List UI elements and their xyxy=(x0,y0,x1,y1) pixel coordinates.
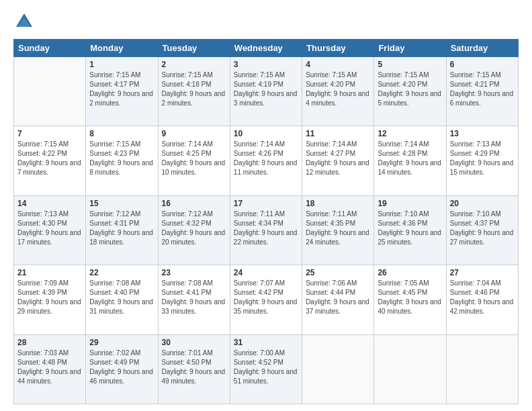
day-number: 29 xyxy=(89,338,154,347)
calendar-day-header: Saturday xyxy=(446,40,518,57)
calendar-day-cell: 21Sunrise: 7:09 AMSunset: 4:39 PMDayligh… xyxy=(14,265,86,334)
day-number: 8 xyxy=(89,129,154,138)
calendar-day-cell: 25Sunrise: 7:06 AMSunset: 4:44 PMDayligh… xyxy=(302,265,374,334)
day-detail: Sunrise: 7:08 AMSunset: 4:41 PMDaylight:… xyxy=(162,279,226,316)
day-detail: Sunrise: 7:13 AMSunset: 4:30 PMDaylight:… xyxy=(17,210,82,247)
calendar-day-cell: 13Sunrise: 7:13 AMSunset: 4:29 PMDayligh… xyxy=(446,126,518,195)
calendar-day-cell: 29Sunrise: 7:02 AMSunset: 4:49 PMDayligh… xyxy=(86,334,158,404)
calendar-day-cell: 24Sunrise: 7:07 AMSunset: 4:42 PMDayligh… xyxy=(230,265,302,334)
day-detail: Sunrise: 7:14 AMSunset: 4:27 PMDaylight:… xyxy=(306,140,370,177)
calendar-day-cell: 30Sunrise: 7:01 AMSunset: 4:50 PMDayligh… xyxy=(158,334,230,404)
calendar-day-cell: 17Sunrise: 7:11 AMSunset: 4:34 PMDayligh… xyxy=(230,195,302,265)
calendar-week-row: 1Sunrise: 7:15 AMSunset: 4:17 PMDaylight… xyxy=(14,57,519,126)
calendar-day-cell xyxy=(302,334,374,404)
calendar-day-cell: 4Sunrise: 7:15 AMSunset: 4:20 PMDaylight… xyxy=(302,57,374,126)
day-detail: Sunrise: 7:14 AMSunset: 4:25 PMDaylight:… xyxy=(162,140,226,177)
day-detail: Sunrise: 7:06 AMSunset: 4:44 PMDaylight:… xyxy=(306,279,370,316)
day-detail: Sunrise: 7:01 AMSunset: 4:50 PMDaylight:… xyxy=(162,349,226,386)
calendar-day-cell xyxy=(446,334,518,404)
calendar-day-header: Wednesday xyxy=(230,40,302,57)
calendar-day-cell: 22Sunrise: 7:08 AMSunset: 4:40 PMDayligh… xyxy=(86,265,158,334)
calendar-day-cell: 1Sunrise: 7:15 AMSunset: 4:17 PMDaylight… xyxy=(86,57,158,126)
day-number: 20 xyxy=(450,199,515,208)
calendar-day-header: Sunday xyxy=(14,40,86,57)
day-detail: Sunrise: 7:15 AMSunset: 4:17 PMDaylight:… xyxy=(89,71,154,108)
day-number: 19 xyxy=(378,199,442,208)
day-number: 15 xyxy=(89,199,154,208)
day-detail: Sunrise: 7:11 AMSunset: 4:35 PMDaylight:… xyxy=(306,210,370,247)
day-detail: Sunrise: 7:00 AMSunset: 4:52 PMDaylight:… xyxy=(234,349,298,386)
day-detail: Sunrise: 7:08 AMSunset: 4:40 PMDaylight:… xyxy=(89,279,154,316)
calendar-day-cell: 16Sunrise: 7:12 AMSunset: 4:32 PMDayligh… xyxy=(158,195,230,265)
calendar-day-cell: 3Sunrise: 7:15 AMSunset: 4:19 PMDaylight… xyxy=(230,57,302,126)
day-detail: Sunrise: 7:04 AMSunset: 4:46 PMDaylight:… xyxy=(450,279,515,316)
day-detail: Sunrise: 7:15 AMSunset: 4:18 PMDaylight:… xyxy=(162,71,226,108)
day-number: 12 xyxy=(378,129,442,138)
calendar-day-header: Tuesday xyxy=(158,40,230,57)
day-detail: Sunrise: 7:13 AMSunset: 4:29 PMDaylight:… xyxy=(450,140,515,177)
day-detail: Sunrise: 7:14 AMSunset: 4:26 PMDaylight:… xyxy=(234,140,298,177)
calendar-day-cell: 23Sunrise: 7:08 AMSunset: 4:41 PMDayligh… xyxy=(158,265,230,334)
day-number: 13 xyxy=(450,129,515,138)
day-number: 9 xyxy=(162,129,226,138)
day-number: 16 xyxy=(162,199,226,208)
day-number: 18 xyxy=(306,199,370,208)
day-number: 7 xyxy=(17,129,82,138)
day-number: 6 xyxy=(450,60,515,69)
logo-icon xyxy=(13,11,35,32)
day-number: 21 xyxy=(17,268,82,277)
calendar-day-cell: 19Sunrise: 7:10 AMSunset: 4:36 PMDayligh… xyxy=(374,195,446,265)
day-number: 17 xyxy=(234,199,298,208)
day-detail: Sunrise: 7:15 AMSunset: 4:19 PMDaylight:… xyxy=(234,71,298,108)
day-number: 26 xyxy=(378,268,442,277)
calendar-day-cell: 9Sunrise: 7:14 AMSunset: 4:25 PMDaylight… xyxy=(158,126,230,195)
calendar-day-cell: 27Sunrise: 7:04 AMSunset: 4:46 PMDayligh… xyxy=(446,265,518,334)
day-detail: Sunrise: 7:05 AMSunset: 4:45 PMDaylight:… xyxy=(378,279,442,316)
day-number: 30 xyxy=(162,338,226,347)
calendar-day-cell: 31Sunrise: 7:00 AMSunset: 4:52 PMDayligh… xyxy=(230,334,302,404)
day-number: 2 xyxy=(162,60,226,69)
calendar-week-row: 14Sunrise: 7:13 AMSunset: 4:30 PMDayligh… xyxy=(14,195,519,265)
calendar-week-row: 28Sunrise: 7:03 AMSunset: 4:48 PMDayligh… xyxy=(14,334,519,404)
day-number: 11 xyxy=(306,129,370,138)
logo xyxy=(13,11,38,32)
calendar-day-cell: 18Sunrise: 7:11 AMSunset: 4:35 PMDayligh… xyxy=(302,195,374,265)
day-detail: Sunrise: 7:10 AMSunset: 4:36 PMDaylight:… xyxy=(378,210,442,247)
day-number: 27 xyxy=(450,268,515,277)
calendar-day-header: Thursday xyxy=(302,40,374,57)
calendar-day-cell: 12Sunrise: 7:14 AMSunset: 4:28 PMDayligh… xyxy=(374,126,446,195)
day-detail: Sunrise: 7:11 AMSunset: 4:34 PMDaylight:… xyxy=(234,210,298,247)
day-number: 14 xyxy=(17,199,82,208)
calendar-day-cell: 8Sunrise: 7:15 AMSunset: 4:23 PMDaylight… xyxy=(86,126,158,195)
day-detail: Sunrise: 7:03 AMSunset: 4:48 PMDaylight:… xyxy=(17,349,82,386)
calendar-table: SundayMondayTuesdayWednesdayThursdayFrid… xyxy=(13,39,519,404)
day-detail: Sunrise: 7:15 AMSunset: 4:22 PMDaylight:… xyxy=(17,140,82,177)
calendar-day-cell: 7Sunrise: 7:15 AMSunset: 4:22 PMDaylight… xyxy=(14,126,86,195)
calendar-day-cell: 10Sunrise: 7:14 AMSunset: 4:26 PMDayligh… xyxy=(230,126,302,195)
day-number: 3 xyxy=(234,60,298,69)
header xyxy=(13,11,519,32)
day-detail: Sunrise: 7:15 AMSunset: 4:23 PMDaylight:… xyxy=(89,140,154,177)
calendar-day-cell: 2Sunrise: 7:15 AMSunset: 4:18 PMDaylight… xyxy=(158,57,230,126)
day-number: 31 xyxy=(234,338,298,347)
calendar-day-header: Monday xyxy=(86,40,158,57)
day-number: 25 xyxy=(306,268,370,277)
day-number: 28 xyxy=(17,338,82,347)
calendar-day-cell: 6Sunrise: 7:15 AMSunset: 4:21 PMDaylight… xyxy=(446,57,518,126)
day-detail: Sunrise: 7:14 AMSunset: 4:28 PMDaylight:… xyxy=(378,140,442,177)
calendar-day-header: Friday xyxy=(374,40,446,57)
day-detail: Sunrise: 7:02 AMSunset: 4:49 PMDaylight:… xyxy=(89,349,154,386)
day-number: 5 xyxy=(378,60,442,69)
calendar-day-cell: 20Sunrise: 7:10 AMSunset: 4:37 PMDayligh… xyxy=(446,195,518,265)
calendar-day-cell: 11Sunrise: 7:14 AMSunset: 4:27 PMDayligh… xyxy=(302,126,374,195)
calendar-day-cell xyxy=(374,334,446,404)
calendar-day-cell: 14Sunrise: 7:13 AMSunset: 4:30 PMDayligh… xyxy=(14,195,86,265)
page: SundayMondayTuesdayWednesdayThursdayFrid… xyxy=(0,0,532,411)
day-detail: Sunrise: 7:12 AMSunset: 4:32 PMDaylight:… xyxy=(162,210,226,247)
calendar-day-cell: 15Sunrise: 7:12 AMSunset: 4:31 PMDayligh… xyxy=(86,195,158,265)
day-detail: Sunrise: 7:15 AMSunset: 4:20 PMDaylight:… xyxy=(378,71,442,108)
day-detail: Sunrise: 7:12 AMSunset: 4:31 PMDaylight:… xyxy=(89,210,154,247)
day-number: 1 xyxy=(89,60,154,69)
calendar-day-cell xyxy=(14,57,86,126)
day-number: 4 xyxy=(306,60,370,69)
